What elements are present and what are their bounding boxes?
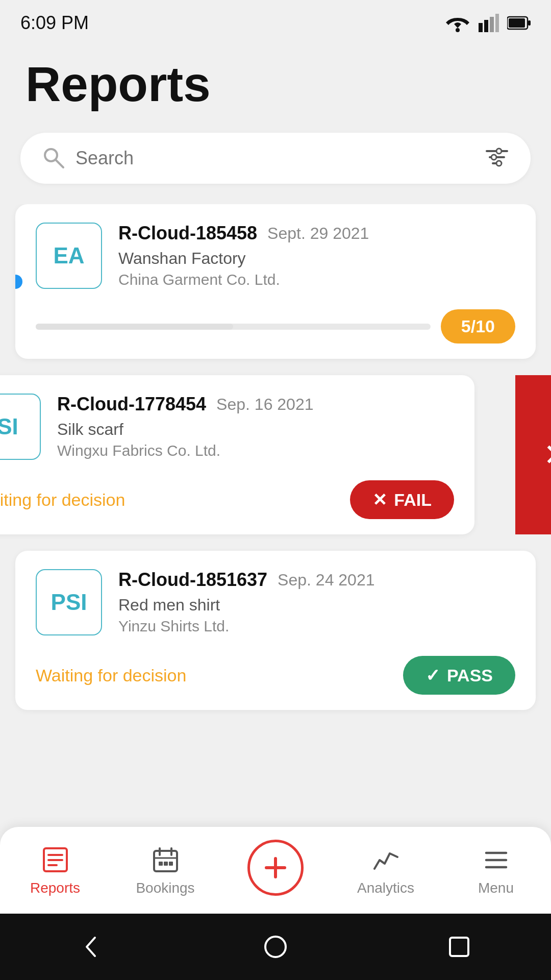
svg-rect-26: [169, 862, 173, 866]
svg-rect-24: [159, 862, 163, 866]
card-id-3: R-Cloud-1851637: [118, 569, 267, 591]
signal-icon: [479, 14, 499, 32]
card-product-1: Wanshan Factory: [118, 249, 515, 268]
report-card-2-wrap: SI R-Cloud-1778454 Sep. 16 2021 Silk sca…: [15, 375, 536, 534]
svg-point-32: [265, 937, 286, 957]
svg-rect-1: [479, 23, 483, 32]
status-waiting-2: Waiting for decision: [0, 490, 125, 510]
status-icons: [445, 14, 531, 32]
bottom-nav: Reports Bookings: [0, 827, 551, 914]
page-title: Reports: [0, 41, 551, 133]
card-id-1: R-Cloud-185458: [118, 223, 257, 244]
svg-rect-6: [528, 20, 531, 26]
svg-rect-20: [154, 851, 177, 871]
card-company-1: China Garment Co. Ltd.: [118, 271, 515, 288]
svg-rect-3: [490, 17, 494, 32]
delete-icon: ✕: [543, 437, 551, 473]
nav-item-add[interactable]: [220, 840, 331, 901]
card-id-2: R-Cloud-1778454: [57, 394, 206, 415]
svg-point-8: [45, 149, 57, 161]
status-waiting-3: Waiting for decision: [36, 666, 186, 685]
bookings-icon: [150, 844, 181, 875]
svg-rect-4: [495, 14, 499, 32]
progress-bar-1: [36, 324, 431, 330]
card-logo-text-3: PSI: [51, 590, 87, 615]
svg-point-13: [496, 149, 502, 154]
card-company-2: Wingxu Fabrics Co. Ltd.: [57, 442, 372, 459]
svg-point-15: [496, 161, 502, 166]
nav-label-analytics: Analytics: [357, 880, 414, 896]
system-nav: [0, 914, 551, 980]
svg-rect-2: [484, 20, 488, 32]
report-card-3[interactable]: PSI R-Cloud-1851637 Sep. 24 2021 Red men…: [15, 551, 536, 710]
nav-label-reports: Reports: [30, 880, 80, 896]
battery-icon: [507, 16, 531, 30]
card-date-1: Sept. 29 2021: [267, 224, 369, 243]
pass-button-3[interactable]: ✓ PASS: [403, 656, 515, 695]
fail-button-2[interactable]: ✕ FAIL: [350, 480, 454, 519]
reports-icon: [40, 844, 70, 875]
nav-label-bookings: Bookings: [136, 880, 194, 896]
pass-icon: ✓: [425, 665, 440, 685]
svg-point-14: [491, 155, 496, 160]
filter-icon[interactable]: [484, 144, 510, 173]
nav-item-reports[interactable]: Reports: [0, 844, 110, 896]
svg-rect-7: [509, 18, 525, 28]
add-button[interactable]: [247, 840, 304, 896]
svg-line-9: [56, 160, 63, 167]
back-button[interactable]: [74, 929, 110, 965]
analytics-icon: [370, 844, 401, 875]
report-card-2[interactable]: SI R-Cloud-1778454 Sep. 16 2021 Silk sca…: [0, 375, 474, 534]
card-date-2: Sep. 16 2021: [216, 395, 313, 414]
status-bar: 6:09 PM: [0, 0, 551, 41]
search-icon: [41, 145, 65, 172]
card-logo-text-1: EA: [53, 243, 84, 268]
report-card-1[interactable]: EA R-Cloud-185458 Sept. 29 2021 Wanshan …: [15, 204, 536, 359]
status-time: 6:09 PM: [20, 12, 89, 34]
nav-item-analytics[interactable]: Analytics: [331, 844, 441, 896]
card-logo-2: SI: [0, 394, 41, 460]
card-logo-1: EA: [36, 223, 102, 289]
search-bar[interactable]: [20, 133, 531, 184]
nav-label-menu: Menu: [478, 880, 514, 896]
menu-icon: [481, 844, 511, 875]
cards-container: EA R-Cloud-185458 Sept. 29 2021 Wanshan …: [0, 204, 551, 726]
fail-icon: ✕: [372, 489, 387, 510]
pass-label: PASS: [447, 666, 493, 685]
fail-label: FAIL: [394, 490, 432, 510]
card-logo-text-2: SI: [0, 414, 18, 439]
nav-item-menu[interactable]: Menu: [441, 844, 551, 896]
home-button[interactable]: [258, 929, 293, 965]
card-product-3: Red men shirt: [118, 596, 515, 615]
nav-item-bookings[interactable]: Bookings: [110, 844, 220, 896]
card-logo-3: PSI: [36, 569, 102, 635]
svg-rect-25: [164, 862, 168, 866]
wifi-icon: [445, 14, 470, 32]
card-company-3: Yinzu Shirts Ltd.: [118, 618, 515, 635]
svg-rect-33: [450, 938, 468, 956]
recents-button[interactable]: [441, 929, 477, 965]
progress-badge-1: 5/10: [441, 309, 515, 344]
card-date-3: Sep. 24 2021: [278, 571, 374, 590]
delete-overlay-2[interactable]: ✕: [515, 375, 551, 534]
search-input[interactable]: [76, 148, 484, 169]
card-product-2: Silk scarf: [57, 420, 372, 439]
svg-point-0: [456, 28, 460, 32]
